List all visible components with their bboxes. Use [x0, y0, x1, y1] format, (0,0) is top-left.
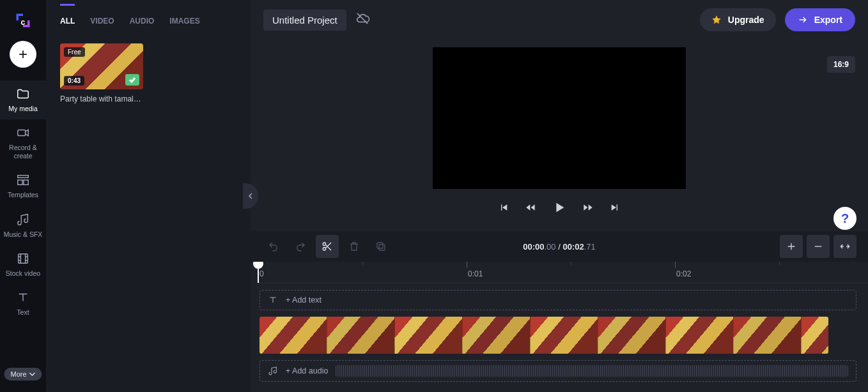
media-tabs: ALL VIDEO AUDIO IMAGES: [60, 13, 242, 32]
sidebar-item-music-sfx[interactable]: Music & SFX: [0, 206, 46, 245]
upgrade-label: Upgrade: [728, 15, 764, 25]
editor-main: Untitled Project Upgrade Export 16:9: [251, 0, 868, 392]
ruler-mark: 0: [260, 269, 264, 278]
redo-button[interactable]: [289, 235, 312, 258]
playhead[interactable]: [257, 262, 260, 283]
star-icon: [711, 15, 722, 25]
media-panel: ALL VIDEO AUDIO IMAGES Free 0:43 Party t…: [46, 0, 251, 392]
ruler-mark: 0:02: [676, 269, 691, 278]
project-title-text: Untitled Project: [272, 15, 337, 26]
add-audio-label: + Add audio: [286, 366, 328, 375]
ruler-mark: 0:01: [468, 269, 483, 278]
total-frac: .71: [584, 242, 596, 252]
undo-button[interactable]: [262, 235, 285, 258]
export-button[interactable]: Export: [785, 8, 855, 31]
templates-icon: [16, 173, 30, 187]
add-text-track[interactable]: + Add text: [260, 290, 856, 310]
cloud-sync-off-icon[interactable]: [355, 11, 369, 28]
skip-start-button[interactable]: [499, 202, 509, 215]
delete-button[interactable]: [343, 235, 366, 258]
sidebar-more-button[interactable]: More: [4, 368, 42, 381]
current-time: 00:00: [523, 242, 544, 252]
chevron-down-icon: [29, 371, 36, 377]
clip-frame: [260, 317, 327, 354]
sidebar-item-my-media[interactable]: My media: [0, 80, 46, 119]
more-label: More: [10, 370, 26, 378]
svg-rect-4: [24, 180, 28, 185]
zoom-controls: [780, 235, 856, 258]
folder-icon: [16, 87, 30, 101]
nav-label: Templates: [8, 191, 38, 199]
music-icon: [16, 213, 30, 227]
tracks-area: + Add text + Add audio: [258, 283, 868, 392]
upgrade-button[interactable]: Upgrade: [700, 8, 776, 31]
tab-images[interactable]: IMAGES: [169, 13, 199, 32]
timecode-display: 00:00.00 / 00:02.71: [523, 242, 596, 252]
svg-rect-9: [377, 243, 383, 248]
svg-rect-5: [19, 253, 28, 263]
camera-record-icon: [16, 126, 30, 140]
svg-rect-1: [18, 130, 26, 136]
transport-controls: [499, 200, 620, 217]
help-button[interactable]: ?: [833, 207, 856, 230]
clip-frame: [666, 317, 734, 354]
split-button[interactable]: [316, 235, 339, 258]
aspect-ratio-button[interactable]: 16:9: [827, 56, 855, 73]
free-badge: Free: [64, 47, 85, 57]
preview-canvas[interactable]: [433, 47, 686, 189]
nav-label: Text: [17, 308, 29, 317]
tab-all[interactable]: ALL: [60, 13, 75, 32]
tab-video[interactable]: VIDEO: [90, 13, 114, 32]
sidebar-item-stock-video[interactable]: Stock video: [0, 245, 46, 284]
nav-label: Record & create: [3, 144, 43, 160]
play-button[interactable]: [552, 200, 566, 217]
clip-frame: [598, 317, 666, 354]
added-check-badge: [125, 74, 139, 86]
arrow-right-icon: [798, 15, 808, 25]
zoom-out-button[interactable]: [807, 235, 830, 258]
project-title-input[interactable]: Untitled Project: [263, 10, 346, 31]
current-frac: .00: [545, 242, 556, 252]
duplicate-button[interactable]: [369, 235, 392, 258]
film-icon: [16, 252, 30, 266]
add-text-label: + Add text: [286, 296, 322, 305]
timeline-ruler[interactable]: 0 0:01 0:02: [258, 262, 868, 283]
clip-frame: [463, 317, 531, 354]
duration-badge: 0:43: [64, 76, 84, 86]
nav-label: Music & SFX: [4, 230, 43, 239]
nav-label: Stock video: [6, 269, 40, 278]
sidebar-item-templates[interactable]: Templates: [0, 167, 46, 206]
media-thumbnail[interactable]: Free 0:43: [60, 43, 143, 89]
clip-frame: [327, 317, 395, 354]
add-media-button[interactable]: +: [10, 41, 36, 68]
zoom-fit-button[interactable]: [833, 235, 856, 258]
total-time: 00:02: [562, 242, 584, 252]
skip-end-button[interactable]: [610, 202, 620, 215]
video-clip[interactable]: [260, 317, 828, 354]
sidebar-item-text[interactable]: Text: [0, 284, 46, 323]
sidebar-item-record-create[interactable]: Record & create: [0, 119, 46, 167]
timeline[interactable]: 0 0:01 0:02 + Add text: [251, 262, 868, 392]
svg-rect-8: [379, 245, 385, 250]
clip-frame: [395, 317, 463, 354]
rewind-button[interactable]: [525, 202, 536, 215]
timeline-toolbar: 00:00.00 / 00:02.71: [251, 231, 868, 262]
clip-frame: [531, 317, 598, 354]
svg-text:c: c: [21, 18, 26, 27]
clip-frame: [802, 317, 828, 354]
audio-waveform-placeholder: [336, 365, 848, 377]
svg-rect-2: [18, 176, 29, 178]
clip-frame: [734, 317, 802, 354]
add-audio-track[interactable]: + Add audio: [260, 360, 856, 382]
media-card[interactable]: Free 0:43 Party table with tamal…: [60, 43, 143, 103]
time-sep: /: [556, 242, 563, 252]
help-icon: ?: [841, 211, 849, 226]
check-icon: [128, 76, 136, 84]
text-icon: [268, 295, 278, 305]
tab-audio[interactable]: AUDIO: [130, 13, 155, 32]
zoom-in-button[interactable]: [780, 235, 803, 258]
left-icon-sidebar: c + My media Record & create Templates M…: [0, 0, 46, 392]
preview-stage: 16:9 ?: [251, 40, 868, 231]
forward-button[interactable]: [583, 202, 593, 215]
plus-icon: +: [19, 45, 27, 63]
